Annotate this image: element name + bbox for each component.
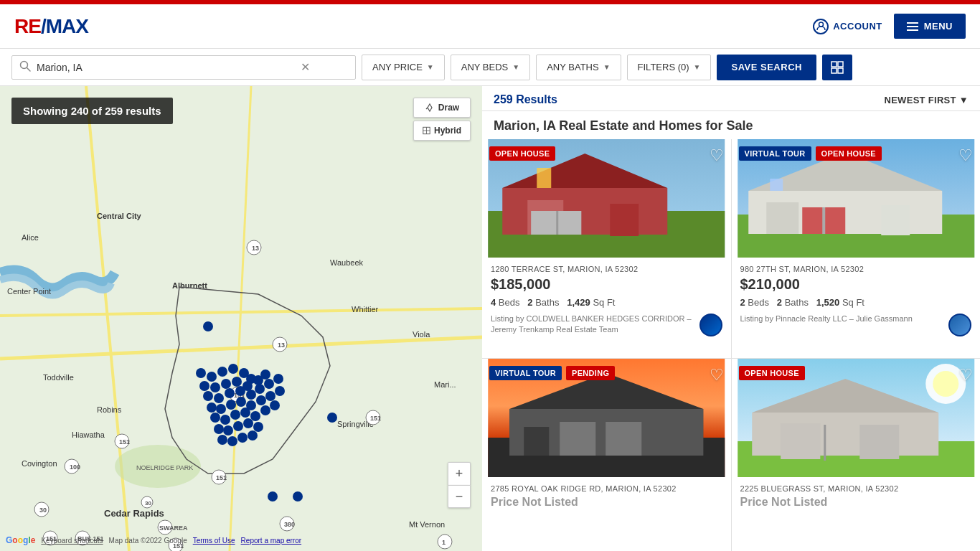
beds-filter[interactable]: ANY BEDS ▼ <box>451 55 530 80</box>
virtual-tour-badge: VIRTUAL TOUR <box>739 146 811 161</box>
svg-rect-119 <box>537 168 551 188</box>
svg-text:380: 380 <box>284 521 295 528</box>
account-button[interactable]: ACCOUNT <box>813 19 882 34</box>
svg-point-77 <box>225 388 235 398</box>
listing-agent: Listing by Pinnacle Realty LLC – Julie G… <box>740 314 972 336</box>
agent-text: Listing by Pinnacle Realty LLC – Julie G… <box>740 314 943 324</box>
listing-card[interactable]: OPEN HOUSE ♡ 1280 TERRACE ST, Marion, IA… <box>482 139 731 358</box>
svg-rect-130 <box>822 207 825 234</box>
svg-point-100 <box>233 421 243 431</box>
filters-label: FILTERS (0) <box>638 62 689 72</box>
filters-caret-icon: ▼ <box>694 63 701 71</box>
sort-label: NEWEST FIRST <box>884 95 956 105</box>
report-link[interactable]: Report a map error <box>241 537 301 545</box>
listings-grid: OPEN HOUSE ♡ 1280 TERRACE ST, Marion, IA… <box>482 139 980 551</box>
svg-point-63 <box>207 372 217 382</box>
zoom-out-button[interactable]: − <box>448 485 471 508</box>
listings-section: 259 Results NEWEST FIRST ▼ Marion, IA Re… <box>482 86 980 551</box>
open-house-badge-2: OPEN HOUSE <box>816 146 882 161</box>
sort-caret-icon: ▼ <box>959 95 969 105</box>
svg-rect-4 <box>838 62 843 67</box>
svg-point-99 <box>223 425 233 435</box>
badge-row: OPEN HOUSE <box>489 146 555 161</box>
svg-point-80 <box>255 384 265 394</box>
svg-rect-151 <box>824 425 826 461</box>
beds-label: ANY BEDS <box>461 62 509 72</box>
badge-row: OPEN HOUSE <box>739 366 805 380</box>
map-grid-icon <box>831 61 844 74</box>
favorite-button[interactable]: ♡ <box>710 146 724 165</box>
svg-point-74 <box>260 369 270 380</box>
svg-point-62 <box>196 368 206 378</box>
logo[interactable]: RE/MAX <box>14 15 88 38</box>
map-section[interactable]: NOELRIDGE PARK Central City Alice Center… <box>0 86 482 551</box>
svg-point-0 <box>819 22 823 27</box>
zoom-controls: + − <box>448 462 471 508</box>
svg-point-108 <box>268 491 278 501</box>
map-data-text: Map data ©2022 Google <box>109 537 187 545</box>
listing-card[interactable]: VIRTUAL TOUR PENDING ♡ 2785 ROYAL OAK RI… <box>482 359 731 551</box>
sort-button[interactable]: NEWEST FIRST ▼ <box>884 95 969 105</box>
svg-point-97 <box>270 400 280 410</box>
pending-badge: PENDING <box>566 366 615 380</box>
save-search-button[interactable]: SAVE SEARCH <box>717 55 816 80</box>
svg-point-103 <box>217 435 227 445</box>
listing-image: OPEN HOUSE ♡ <box>732 359 981 477</box>
svg-point-92 <box>220 415 230 425</box>
listing-card[interactable]: OPEN HOUSE ♡ 2225 BLUEGRASS ST, Marion, … <box>732 359 981 551</box>
svg-point-64 <box>217 367 227 377</box>
listing-price: Price Not Listed <box>740 496 972 509</box>
listing-address: 1280 TERRACE ST, Marion, IA 52302 <box>491 265 722 273</box>
svg-point-89 <box>265 391 275 401</box>
logo-re: RE <box>14 15 41 37</box>
svg-text:13: 13 <box>278 342 285 349</box>
filters-button[interactable]: FILTERS (0) ▼ <box>627 55 712 80</box>
listing-details: 2 Beds 2 Baths 1,520 Sq Ft <box>740 297 972 308</box>
svg-rect-140 <box>606 422 641 456</box>
agent-logo-image <box>950 315 970 335</box>
keyboard-shortcuts[interactable]: Keyboard shortcuts <box>41 537 103 545</box>
price-filter[interactable]: ANY PRICE ▼ <box>362 55 445 80</box>
favorite-button[interactable]: ♡ <box>958 366 973 385</box>
svg-rect-141 <box>524 427 549 456</box>
svg-point-91 <box>210 413 220 423</box>
svg-point-101 <box>243 418 253 428</box>
listing-info: 1280 TERRACE ST, Marion, IA 52302 $185,0… <box>482 258 731 345</box>
listings-title: Marion, IA Real Estate and Homes for Sal… <box>482 111 980 139</box>
map-view-toggle[interactable] <box>822 55 852 80</box>
svg-text:151: 151 <box>370 415 381 422</box>
svg-text:Robins: Robins <box>97 405 122 414</box>
badge-row: VIRTUAL TOUR PENDING <box>489 366 615 380</box>
svg-text:Viola: Viola <box>413 330 430 339</box>
svg-point-71 <box>232 377 242 387</box>
search-input-wrap[interactable]: ✕ <box>11 55 356 80</box>
svg-point-78 <box>235 386 245 396</box>
svg-text:Central City: Central City <box>97 212 142 220</box>
baths-filter[interactable]: ANY BATHS ▼ <box>536 55 621 80</box>
agent-logo-image <box>701 315 721 335</box>
svg-rect-149 <box>859 425 899 459</box>
listing-address: 2785 ROYAL OAK RIDGE RD, Marion, IA 5230… <box>491 484 722 493</box>
hybrid-button[interactable]: Hybrid <box>413 121 471 141</box>
menu-button[interactable]: MENU <box>894 14 966 39</box>
terms-link[interactable]: Terms of Use <box>193 537 235 545</box>
listing-details <box>491 513 722 524</box>
zoom-in-button[interactable]: + <box>448 462 471 485</box>
svg-point-82 <box>273 374 283 384</box>
listing-card[interactable]: VIRTUAL TOUR OPEN HOUSE ♡ 980 27TH ST, M… <box>732 139 981 358</box>
listing-image: OPEN HOUSE ♡ <box>482 139 731 258</box>
svg-rect-127 <box>766 202 798 234</box>
favorite-button[interactable]: ♡ <box>710 366 724 385</box>
favorite-button[interactable]: ♡ <box>958 146 973 165</box>
location-input[interactable] <box>37 62 295 73</box>
clear-icon[interactable]: ✕ <box>301 60 310 74</box>
svg-point-94 <box>240 408 250 418</box>
svg-rect-146 <box>752 413 938 456</box>
svg-point-75 <box>203 391 213 401</box>
svg-text:151: 151 <box>119 438 130 446</box>
logo-text: RE/MAX <box>14 15 88 38</box>
svg-rect-138 <box>560 422 595 456</box>
svg-rect-5 <box>831 68 837 73</box>
agent-logo <box>699 314 722 336</box>
draw-button[interactable]: Draw <box>413 98 471 118</box>
